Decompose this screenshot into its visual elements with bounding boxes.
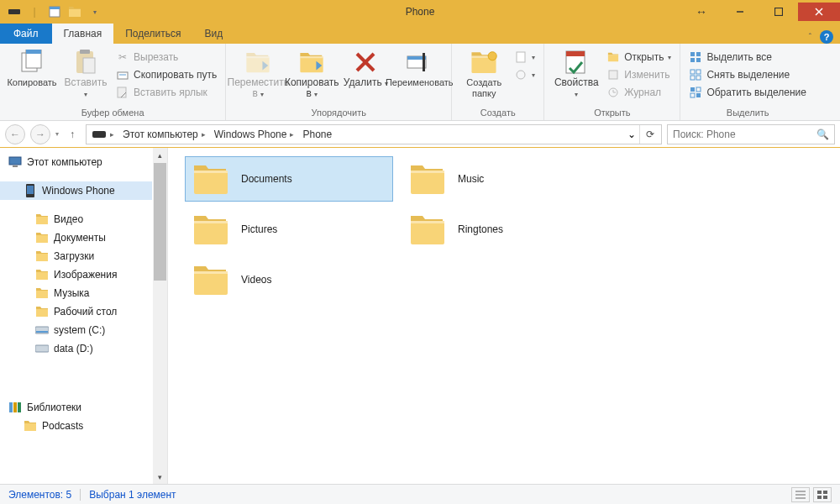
- properties-button[interactable]: Свойства▾: [549, 45, 603, 100]
- svg-rect-39: [92, 131, 106, 138]
- scrollbar-thumb[interactable]: [154, 163, 166, 281]
- svg-rect-11: [80, 50, 90, 54]
- select-all-button[interactable]: Выделить все: [685, 49, 810, 66]
- svg-rect-46: [35, 345, 49, 352]
- sidebar-item-downloads[interactable]: Загрузки: [0, 247, 152, 265]
- navigation-pane[interactable]: Этот компьютер Windows Phone Видео Докум…: [0, 148, 168, 484]
- svg-rect-12: [83, 58, 95, 73]
- close-button[interactable]: [798, 3, 840, 21]
- tab-home[interactable]: Главная: [52, 24, 114, 44]
- new-folder-button[interactable]: Создать папку: [457, 45, 511, 99]
- paste-button[interactable]: Вставить▾: [59, 45, 113, 100]
- svg-rect-2: [50, 7, 60, 9]
- copy-to-button[interactable]: Копировать в ▾: [285, 45, 339, 100]
- move-to-button[interactable]: Переместить в ▾: [231, 45, 285, 100]
- svg-rect-30: [696, 58, 701, 62]
- resize-drag-icon[interactable]: ↔: [682, 3, 721, 21]
- tab-view[interactable]: Вид: [192, 24, 234, 44]
- svg-rect-43: [27, 186, 34, 194]
- svg-rect-45: [36, 331, 48, 333]
- group-organize: Переместить в ▾ Копировать в ▾ Удалить ▾…: [226, 44, 452, 120]
- svg-rect-25: [609, 71, 617, 79]
- sidebar-item-videos[interactable]: Видео: [0, 210, 152, 228]
- folder-icon: [409, 211, 446, 248]
- folder-icon: [192, 261, 229, 298]
- qat-sep: |: [25, 3, 44, 21]
- breadcrumb-root[interactable]: Этот компьютер▸: [119, 129, 211, 140]
- back-button[interactable]: ←: [5, 124, 25, 144]
- group-open: Свойства▾ Открыть ▾ Изменить Журнал Откр…: [544, 44, 680, 120]
- sidebar-item-podcasts[interactable]: Podcasts: [0, 417, 152, 435]
- svg-rect-48: [13, 402, 17, 412]
- folder-icon: [192, 160, 229, 197]
- file-item-documents[interactable]: Documents: [185, 156, 393, 202]
- refresh-button[interactable]: ⟳: [639, 125, 659, 144]
- sidebar-item-desktop[interactable]: Рабочий стол: [0, 302, 152, 321]
- scroll-up-icon[interactable]: ▴: [153, 148, 167, 162]
- ribbon-tabs: Файл Главная Поделиться Вид ˆ ?: [0, 24, 840, 44]
- qat-device-icon[interactable]: [5, 3, 24, 21]
- svg-rect-35: [690, 87, 695, 92]
- scroll-down-icon[interactable]: ▾: [153, 470, 167, 484]
- new-item-button[interactable]: ▾: [511, 49, 538, 66]
- help-icon[interactable]: ?: [820, 30, 833, 44]
- rename-button[interactable]: Переименовать: [392, 45, 446, 88]
- invert-selection-button[interactable]: Обратить выделение: [685, 84, 810, 101]
- file-item-music[interactable]: Music: [402, 156, 610, 202]
- minimize-button[interactable]: [721, 3, 759, 21]
- up-button[interactable]: ↑: [64, 126, 81, 143]
- svg-rect-19: [423, 53, 425, 71]
- sidebar-item-system-c[interactable]: system (C:): [0, 321, 152, 339]
- collapse-ribbon-icon[interactable]: ˆ: [809, 33, 811, 42]
- maximize-button[interactable]: [759, 3, 798, 21]
- svg-rect-32: [696, 70, 701, 74]
- easy-access-button[interactable]: ▾: [511, 66, 538, 83]
- file-menu[interactable]: Файл: [0, 24, 52, 44]
- address-bar[interactable]: ▸ Этот компьютер▸ Windows Phone▸ Phone ⌄…: [86, 124, 662, 144]
- tab-share[interactable]: Поделиться: [113, 24, 192, 44]
- copy-button[interactable]: Копировать: [5, 45, 59, 88]
- open-button[interactable]: Открыть ▾: [603, 49, 675, 66]
- sidebar-item-data-d[interactable]: data (D:): [0, 339, 152, 358]
- address-dropdown-icon[interactable]: ⌄: [627, 129, 639, 140]
- svg-rect-56: [823, 496, 827, 499]
- delete-button[interactable]: Удалить ▾: [339, 45, 392, 89]
- copy-path-button[interactable]: Скопировать путь: [113, 66, 220, 83]
- breadcrumb-l1[interactable]: Windows Phone▸: [211, 129, 300, 140]
- svg-rect-27: [690, 52, 695, 56]
- svg-point-20: [488, 52, 496, 60]
- history-button[interactable]: Журнал: [603, 84, 675, 101]
- sidebar-item-pictures[interactable]: Изображения: [0, 265, 152, 284]
- cut-button[interactable]: ✂Вырезать: [113, 49, 220, 66]
- view-large-icons-button[interactable]: [813, 487, 832, 502]
- group-clipboard: Копировать Вставить▾ ✂Вырезать Скопирова…: [0, 44, 226, 120]
- file-list[interactable]: Documents Music Pictures Ringtones Video…: [168, 148, 840, 484]
- paste-shortcut-button[interactable]: Вставить ярлык: [113, 84, 220, 101]
- content-body: Этот компьютер Windows Phone Видео Докум…: [0, 148, 840, 484]
- sidebar-item-thispc[interactable]: Этот компьютер: [0, 153, 152, 171]
- select-none-button[interactable]: Снять выделение: [685, 66, 810, 83]
- view-details-button[interactable]: [791, 487, 810, 502]
- sidebar-item-documents[interactable]: Документы: [0, 228, 152, 247]
- sidebar-item-libraries[interactable]: Библиотеки: [0, 398, 152, 417]
- file-item-pictures[interactable]: Pictures: [185, 207, 393, 252]
- svg-rect-28: [696, 52, 701, 56]
- qat-properties-icon[interactable]: [45, 3, 64, 21]
- file-item-ringtones[interactable]: Ringtones: [402, 207, 610, 252]
- qat-dropdown-icon[interactable]: ▾: [86, 3, 104, 21]
- forward-button[interactable]: →: [30, 124, 50, 144]
- search-icon[interactable]: 🔍: [816, 129, 829, 140]
- svg-rect-55: [817, 496, 822, 499]
- recent-locations-icon[interactable]: ▾: [55, 130, 59, 138]
- search-box[interactable]: 🔍: [667, 124, 835, 144]
- breadcrumb-l2[interactable]: Phone: [299, 129, 335, 140]
- sidebar-item-music[interactable]: Музыка: [0, 284, 152, 302]
- svg-rect-29: [690, 58, 695, 62]
- svg-rect-49: [18, 402, 21, 412]
- edit-button[interactable]: Изменить: [603, 66, 675, 83]
- status-selected-count: Выбран 1 элемент: [89, 489, 176, 501]
- file-item-videos[interactable]: Videos: [185, 257, 393, 302]
- qat-newfolder-icon[interactable]: [66, 3, 84, 21]
- sidebar-item-windowsphone[interactable]: Windows Phone: [0, 181, 152, 200]
- search-input[interactable]: [673, 129, 816, 140]
